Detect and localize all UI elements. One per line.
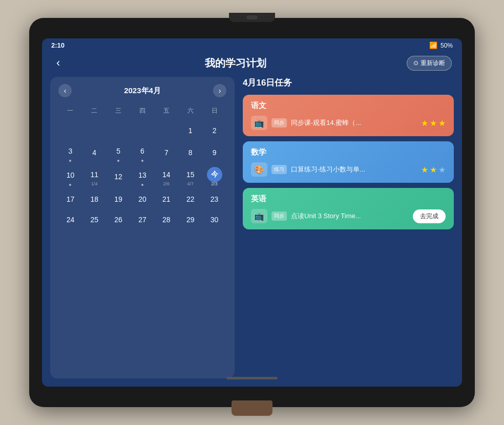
cal-day-26[interactable]: 26 xyxy=(107,209,131,230)
star-1: ★ xyxy=(421,165,428,175)
task-item-math: 🎨 练习 口算练习-练习小数与单... ★ ★ ★ xyxy=(251,162,446,177)
task-stars-math: ★ ★ ★ xyxy=(421,165,446,175)
calendar-header: ‹ 2023年4月 › xyxy=(58,84,226,97)
task-name-math: 口算练习-练习小数与单... xyxy=(291,165,417,174)
cal-day-24[interactable]: 24 xyxy=(58,209,82,230)
cal-day-empty xyxy=(58,120,82,141)
task-icon-english: 📺 xyxy=(251,209,267,223)
cal-day-13[interactable]: 13 xyxy=(131,164,155,189)
task-subject-math: 数学 xyxy=(251,147,446,157)
task-badge-english: 同步 xyxy=(271,211,287,221)
cal-day-14[interactable]: 142/6 xyxy=(154,164,178,189)
star-1: ★ xyxy=(421,118,428,128)
cal-day-23[interactable]: 23 xyxy=(202,189,226,209)
calendar-weekdays: 一 二 三 四 五 六 日 xyxy=(58,104,226,117)
task-subject-english: 英语 xyxy=(251,194,446,204)
cal-day-22[interactable]: 22 xyxy=(178,189,202,209)
task-card-chinese[interactable]: 语文 📺 同步 同步课-观看14.蜜蜂（... ★ ★ ★ xyxy=(243,95,454,136)
cal-day-17[interactable]: 17 xyxy=(58,189,82,209)
task-date-title: 4月16日任务 xyxy=(243,77,454,89)
back-button[interactable]: ‹ xyxy=(52,54,64,72)
cal-day-empty xyxy=(154,120,178,141)
task-name-chinese: 同步课-观看14.蜜蜂（... xyxy=(291,118,417,128)
star-2: ★ xyxy=(430,165,437,175)
cal-day-1[interactable]: 1 xyxy=(178,120,202,141)
task-item-chinese: 📺 同步 同步课-观看14.蜜蜂（... ★ ★ ★ xyxy=(251,116,446,130)
task-item-english: 📺 同步 点读Unit 3 Story Time... 去完成 xyxy=(251,209,446,223)
cal-day-4[interactable]: 4 xyxy=(82,141,107,164)
rediagnose-icon: ⊙ xyxy=(413,59,418,67)
status-icons: 📶 50% xyxy=(429,41,453,49)
cal-day-3[interactable]: 3 xyxy=(58,141,82,164)
cal-day-20[interactable]: 20 xyxy=(131,189,155,209)
cal-day-27[interactable]: 27 xyxy=(131,209,155,230)
calendar-month-title: 2023年4月 xyxy=(124,86,161,96)
app-header: ‹ 我的学习计划 ⊙ 重新诊断 xyxy=(42,52,462,77)
cal-day-6[interactable]: 6 xyxy=(131,141,155,164)
cal-day-19[interactable]: 19 xyxy=(107,189,131,209)
task-badge-math: 练习 xyxy=(271,165,287,174)
cal-day-empty xyxy=(131,120,155,141)
complete-button-english[interactable]: 去完成 xyxy=(413,209,446,223)
task-video-icon-chinese: 📺 xyxy=(251,116,267,130)
task-subject-chinese: 语文 xyxy=(251,101,446,111)
page-title: 我的学习计划 xyxy=(64,56,407,70)
task-name-english: 点读Unit 3 Story Time... xyxy=(291,211,409,221)
task-icon-math: 🎨 xyxy=(251,162,267,177)
cal-day-5[interactable]: 5 xyxy=(107,141,131,164)
cal-day-30[interactable]: 30 xyxy=(202,209,226,230)
cal-day-7[interactable]: 7 xyxy=(154,141,178,164)
battery-indicator: 50% xyxy=(440,42,453,49)
main-content: ‹ 2023年4月 › 一 二 三 四 五 六 日 xyxy=(42,77,462,387)
weekday-sun: 日 xyxy=(202,104,226,117)
cal-day-21[interactable]: 21 xyxy=(154,189,178,209)
weekday-wed: 三 xyxy=(107,104,131,117)
cal-day-8[interactable]: 8 xyxy=(178,141,202,164)
task-stars-chinese: ★ ★ ★ xyxy=(421,118,446,128)
wifi-icon: 📶 xyxy=(429,41,437,49)
cal-day-empty xyxy=(107,120,131,141)
task-badge-chinese: 同步 xyxy=(271,118,287,128)
home-bar xyxy=(226,377,278,379)
cal-day-18[interactable]: 18 xyxy=(82,189,107,209)
cal-day-15[interactable]: 154/7 xyxy=(178,164,202,189)
cal-day-empty xyxy=(82,120,107,141)
task-cards: 语文 📺 同步 同步课-观看14.蜜蜂（... ★ ★ ★ xyxy=(243,95,454,229)
task-card-english[interactable]: 英语 📺 同步 点读Unit 3 Story Time... 去完成 xyxy=(243,188,454,229)
status-bar: 2:10 📶 50% xyxy=(42,38,462,52)
weekday-mon: 一 xyxy=(58,104,82,117)
star-2: ★ xyxy=(430,118,437,128)
calendar-prev-button[interactable]: ‹ xyxy=(58,84,72,97)
camera-bump xyxy=(229,13,275,22)
weekday-tue: 二 xyxy=(82,104,107,117)
cal-day-10[interactable]: 10 xyxy=(58,164,82,189)
calendar-panel: ‹ 2023年4月 › 一 二 三 四 五 六 日 xyxy=(50,77,235,378)
weekday-sat: 六 xyxy=(178,104,202,117)
cal-day-12[interactable]: 12 xyxy=(107,164,131,189)
cal-day-29[interactable]: 29 xyxy=(178,209,202,230)
tablet-device: 2:10 📶 50% ‹ 我的学习计划 ⊙ 重新诊断 ‹ 2023年4月 › xyxy=(29,18,475,407)
cal-day-11[interactable]: 111/4 xyxy=(82,164,107,189)
tablet-screen: 2:10 📶 50% ‹ 我的学习计划 ⊙ 重新诊断 ‹ 2023年4月 › xyxy=(42,38,462,387)
cal-day-today[interactable]: 今2/3 xyxy=(202,164,226,189)
cal-day-2[interactable]: 2 xyxy=(202,120,226,141)
tablet-stand xyxy=(232,400,272,416)
star-3: ★ xyxy=(438,118,446,128)
camera-lens xyxy=(246,15,258,19)
rediagnose-button[interactable]: ⊙ 重新诊断 xyxy=(407,56,452,71)
calendar-next-button[interactable]: › xyxy=(213,84,226,97)
task-card-math[interactable]: 数学 🎨 练习 口算练习-练习小数与单... ★ ★ ★ xyxy=(243,141,454,183)
calendar-grid: 1 2 3 4 5 6 7 8 9 10 111/4 12 13 142/6 xyxy=(58,120,226,230)
star-3: ★ xyxy=(438,165,446,175)
weekday-fri: 五 xyxy=(154,104,178,117)
cal-day-9[interactable]: 9 xyxy=(202,141,226,164)
task-panel: 4月16日任务 语文 📺 同步 同步课-观看14.蜜蜂（... ★ ★ xyxy=(235,77,454,378)
rediagnose-label: 重新诊断 xyxy=(421,59,445,68)
weekday-thu: 四 xyxy=(131,104,155,117)
cal-day-25[interactable]: 25 xyxy=(82,209,107,230)
status-time: 2:10 xyxy=(51,41,65,49)
cal-day-28[interactable]: 28 xyxy=(154,209,178,230)
